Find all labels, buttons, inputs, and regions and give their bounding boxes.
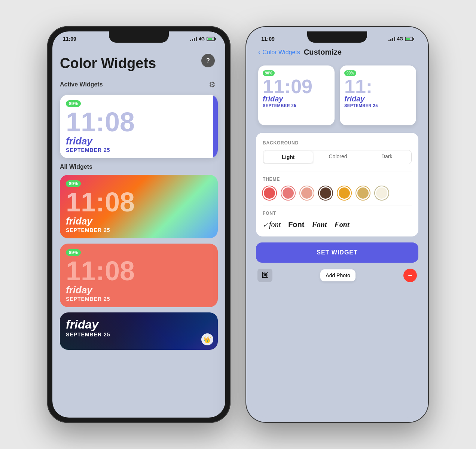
battery-icon-1 <box>207 37 215 41</box>
battery-icon-2 <box>405 37 413 41</box>
theme-circle-7[interactable] <box>375 186 388 200</box>
notch-1 <box>109 31 169 43</box>
bg-option-dark[interactable]: Dark <box>362 150 411 164</box>
gradient-battery-badge: 89% <box>66 180 81 187</box>
theme-circle-5[interactable] <box>338 186 351 200</box>
theme-circle-1[interactable] <box>263 186 276 200</box>
holo-widget-card[interactable]: friday SEPTEMBER 25 👑 <box>60 312 218 350</box>
gradient-widget-card[interactable]: 89% 11:08 friday SEPTEMBER 25 <box>60 175 218 238</box>
blue-accent-bar <box>213 95 218 158</box>
font-option-bold[interactable]: Font <box>288 220 304 229</box>
status-right-2: 4G <box>388 36 413 42</box>
active-widget-card[interactable]: 89% 11:08 friday SEPTEMBER 25 <box>60 95 218 158</box>
active-widget-day: friday <box>66 135 212 147</box>
signal-icon-2 <box>388 37 395 41</box>
preview-battery-left: 90% <box>263 70 275 76</box>
phone-2: 11:09 4G ‹ Color Widgets Customize <box>245 26 429 423</box>
divider-2 <box>263 205 412 205</box>
background-section-title: BACKGROUND <box>263 140 412 146</box>
preview-widget-left[interactable]: 90% 11:09 friday SEPTEMBER 25 <box>258 65 335 125</box>
gear-button[interactable]: ⚙ <box>207 79 218 90</box>
screen-content-1: Color Widgets Active Widgets ⚙ 89% 11:08… <box>52 44 225 412</box>
help-button[interactable]: ? <box>201 54 215 67</box>
app-title: Color Widgets <box>60 55 218 71</box>
salmon-widget-day: friday <box>66 284 212 296</box>
bg-option-colored[interactable]: Colored <box>314 150 363 164</box>
theme-row <box>263 186 412 200</box>
font-option-cursive[interactable]: font <box>263 220 281 229</box>
divider-1 <box>263 171 412 171</box>
preview-widget-right[interactable]: 90% 11: friday SEPTEMBER 25 <box>340 65 416 125</box>
theme-section-title: THEME <box>263 177 412 182</box>
gradient-widget-time: 11:08 <box>66 189 212 216</box>
theme-circle-6[interactable] <box>356 186 370 200</box>
salmon-widget-time: 11:08 <box>66 257 212 284</box>
preview-widgets-row: 90% 11:09 friday SEPTEMBER 25 90% 11: fr… <box>251 59 424 133</box>
back-button[interactable]: ‹ <box>258 49 260 56</box>
active-widget-date: SEPTEMBER 25 <box>66 147 212 153</box>
font-section-title: FONT <box>263 211 412 216</box>
notch-2 <box>307 31 367 43</box>
settings-panel: BACKGROUND Light Colored Dark THEME FONT <box>256 133 418 236</box>
phone-1: 11:09 4G ? Color Widgets <box>47 26 231 423</box>
remove-button[interactable]: − <box>403 269 417 282</box>
theme-circle-4[interactable] <box>319 186 332 200</box>
salmon-battery-badge: 89% <box>66 249 81 256</box>
holo-widget-day: friday <box>66 318 212 332</box>
nav-parent-label: Color Widgets <box>262 49 300 56</box>
theme-circle-3[interactable] <box>300 186 314 200</box>
nav-title: Customize <box>304 48 342 56</box>
phone-1-screen: 11:09 4G ? Color Widgets <box>52 31 225 418</box>
font-row: font Font Font Font <box>263 220 412 229</box>
salmon-widget-date: SEPTEMBER 25 <box>66 296 212 302</box>
font-option-serif-italic[interactable]: Font <box>312 220 327 229</box>
active-widgets-label: Active Widgets <box>60 81 103 88</box>
signal-icon-1 <box>190 37 197 41</box>
preview-battery-right: 90% <box>344 70 356 76</box>
active-battery-badge: 89% <box>66 100 81 107</box>
preview-date-right: SEPTEMBER 25 <box>344 103 412 108</box>
background-selector: Light Colored Dark <box>263 150 412 164</box>
preview-time-left: 11:09 <box>263 77 330 96</box>
gradient-widget-date: SEPTEMBER 25 <box>66 227 212 233</box>
network-type-1: 4G <box>199 36 205 42</box>
bg-option-light[interactable]: Light <box>264 151 313 163</box>
active-widgets-header: Active Widgets ⚙ <box>60 79 218 90</box>
active-widget-time: 11:08 <box>66 109 212 135</box>
phone-2-screen: 11:09 4G ‹ Color Widgets Customize <box>251 31 424 418</box>
bottom-bar: 🖼 Add Photo − <box>251 266 424 285</box>
holo-widget-date: SEPTEMBER 25 <box>66 332 212 337</box>
add-photo-button[interactable]: Add Photo <box>320 269 355 281</box>
preview-time-right: 11: <box>344 77 412 96</box>
preview-date-left: SEPTEMBER 25 <box>263 103 330 108</box>
gradient-widget-day: friday <box>66 216 212 227</box>
network-type-2: 4G <box>397 36 403 42</box>
font-option-serif-bold[interactable]: Font <box>334 220 349 229</box>
all-widgets-header: All Widgets <box>60 164 218 170</box>
status-time-2: 11:09 <box>261 36 275 42</box>
theme-circle-2[interactable] <box>281 186 295 200</box>
image-icon[interactable]: 🖼 <box>257 269 272 282</box>
status-time-1: 11:09 <box>63 36 76 42</box>
salmon-widget-card[interactable]: 89% 11:08 friday SEPTEMBER 25 <box>60 244 218 307</box>
set-widget-button[interactable]: SET WIDGET <box>256 242 418 263</box>
nav-bar: ‹ Color Widgets Customize <box>251 44 424 59</box>
status-right-1: 4G <box>190 36 215 42</box>
all-widgets-label: All Widgets <box>60 164 92 170</box>
